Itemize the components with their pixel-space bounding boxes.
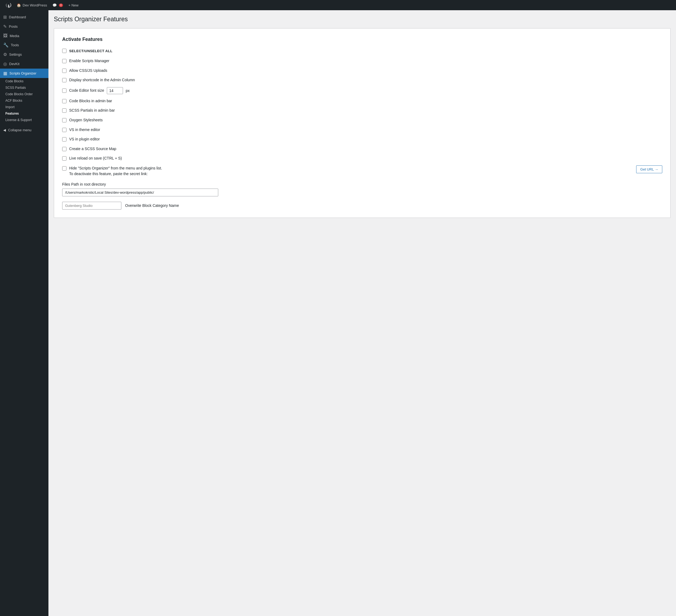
sidebar-sub-item-license-support[interactable]: License & Support (0, 117, 48, 123)
wp-logo-icon (6, 2, 11, 8)
feature-display-shortcode: Display shortcode in the Admin Column (62, 77, 662, 83)
collapse-icon: ◀ (3, 128, 6, 132)
new-item[interactable]: + New (66, 0, 81, 10)
select-all-item: SELECT/UNSELECT ALL (62, 49, 662, 53)
admin-bar: 🏠 Dev WordPress 💬 0 + New (0, 0, 676, 10)
home-icon: 🏠 (17, 3, 21, 7)
new-label: + New (68, 3, 78, 7)
create-scss-source-map-checkbox[interactable] (62, 147, 66, 151)
sidebar-item-label: Tools (11, 43, 19, 47)
vs-theme-editor-checkbox[interactable] (62, 128, 66, 132)
tools-icon: 🔧 (3, 43, 9, 48)
feature-hide-scripts-organizer: Hide "Scripts Organizer" from the menu a… (62, 166, 662, 177)
sidebar-item-label: Posts (9, 24, 18, 28)
display-shortcode-checkbox[interactable] (62, 78, 66, 82)
live-reload-save-label: Live reload on save (CTRL + S) (69, 156, 122, 161)
comment-count: 0 (59, 3, 63, 7)
vs-plugin-editor-label: VS in plugin editor (69, 137, 100, 142)
oxygen-stylesheets-label: Oxygen Stylesheets (69, 118, 103, 123)
code-blocks-admin-bar-checkbox[interactable] (62, 99, 66, 103)
sidebar-sub-item-scss-partials[interactable]: SCSS Partials (0, 84, 48, 91)
feature-create-scss-source-map: Create a SCSS Source Map (62, 146, 662, 152)
devkit-icon: ◎ (3, 61, 7, 66)
sidebar-item-label: DevKit (9, 62, 19, 66)
sidebar-sub-item-import[interactable]: Import (0, 104, 48, 110)
sidebar-item-dashboard[interactable]: ⊞ Dashboard (0, 12, 48, 22)
create-scss-source-map-label: Create a SCSS Source Map (69, 146, 116, 152)
files-path-input[interactable] (62, 189, 218, 196)
select-all-label: SELECT/UNSELECT ALL (69, 49, 112, 53)
settings-icon: ⚙ (3, 52, 7, 57)
vs-plugin-editor-checkbox[interactable] (62, 137, 66, 141)
collapse-label: Collapse menu (8, 128, 32, 132)
section-title: Activate Features (62, 37, 662, 42)
page-title: Scripts Organizer Features (54, 16, 671, 23)
collapse-menu-button[interactable]: ◀ Collapse menu (0, 125, 48, 135)
gutenberg-studio-input[interactable] (62, 202, 121, 209)
sidebar-item-label: Media (10, 34, 19, 38)
enable-scripts-manager-checkbox[interactable] (62, 59, 66, 63)
sidebar-item-scripts-organizer[interactable]: ▦ Scripts Organizer (0, 69, 48, 78)
sidebar: ⊞ Dashboard ✎ Posts 🖼 Media 🔧 Tools ⚙ Se… (0, 10, 48, 616)
scss-partials-admin-bar-label: SCSS Partials in admin bar (69, 108, 115, 113)
hide-scripts-organizer-checkbox[interactable] (62, 166, 66, 171)
sidebar-item-label: Scripts Organizer (9, 71, 36, 75)
dashboard-icon: ⊞ (3, 14, 7, 20)
select-all-checkbox[interactable] (62, 49, 66, 53)
allow-css-js-checkbox[interactable] (62, 69, 66, 73)
files-path-label: Files Path in root directory (62, 182, 662, 186)
allow-css-js-label: Allow CSS/JS Uploads (69, 68, 107, 73)
wp-layout: ⊞ Dashboard ✎ Posts 🖼 Media 🔧 Tools ⚙ Se… (0, 10, 676, 616)
main-content: Scripts Organizer Features Activate Feat… (48, 10, 676, 616)
oxygen-stylesheets-checkbox[interactable] (62, 118, 66, 122)
code-editor-font-size-row: Code Editor font size px (62, 87, 662, 94)
hide-scripts-text: Hide "Scripts Organizer" from the menu a… (69, 166, 162, 177)
enable-scripts-manager-label: Enable Scripts Manager (69, 58, 109, 64)
scss-partials-admin-bar-checkbox[interactable] (62, 108, 66, 113)
sidebar-sub-item-features[interactable]: Features (0, 110, 48, 117)
sidebar-sub-item-code-blocks[interactable]: Code Blocks (0, 78, 48, 84)
files-path-section: Files Path in root directory (62, 182, 662, 196)
media-icon: 🖼 (3, 34, 7, 38)
comments-item[interactable]: 💬 0 (50, 0, 66, 10)
vs-theme-editor-label: VS in theme editor (69, 127, 100, 133)
code-blocks-admin-bar-label: Code Blocks in admin bar (69, 99, 112, 104)
comment-icon: 💬 (52, 3, 57, 7)
sidebar-sub-item-acf-blocks[interactable]: ACF Blocks (0, 98, 48, 104)
feature-vs-plugin-editor: VS in plugin editor (62, 137, 662, 142)
site-name-item[interactable]: 🏠 Dev WordPress (14, 0, 50, 10)
sidebar-item-media[interactable]: 🖼 Media (0, 31, 48, 40)
sidebar-item-label: Dashboard (9, 15, 26, 19)
code-editor-font-size-input[interactable] (107, 87, 123, 94)
feature-allow-css-js: Allow CSS/JS Uploads (62, 68, 662, 73)
sidebar-item-tools[interactable]: 🔧 Tools (0, 40, 48, 50)
gutenberg-row: Overwrite Block Category Name (62, 202, 662, 209)
display-shortcode-label: Display shortcode in the Admin Column (69, 77, 135, 83)
code-editor-label: Code Editor font size (69, 88, 104, 94)
live-reload-save-checkbox[interactable] (62, 156, 66, 161)
sidebar-item-posts[interactable]: ✎ Posts (0, 22, 48, 31)
sidebar-item-label: Settings (9, 53, 22, 57)
feature-oxygen-stylesheets: Oxygen Stylesheets (62, 118, 662, 123)
get-url-button[interactable]: Get URL → (636, 166, 662, 173)
feature-live-reload-save: Live reload on save (CTRL + S) (62, 156, 662, 161)
scripts-organizer-icon: ▦ (3, 71, 7, 76)
feature-code-blocks-admin-bar: Code Blocks in admin bar (62, 99, 662, 104)
sidebar-item-devkit[interactable]: ◎ DevKit (0, 59, 48, 69)
sidebar-item-settings[interactable]: ⚙ Settings (0, 50, 48, 59)
overwrite-block-category-label: Overwrite Block Category Name (125, 203, 179, 208)
posts-icon: ✎ (3, 24, 7, 29)
feature-enable-scripts-manager: Enable Scripts Manager (62, 58, 662, 64)
font-size-unit: px (126, 88, 130, 93)
site-name: Dev WordPress (22, 3, 47, 7)
sidebar-sub-item-code-blocks-order[interactable]: Code Blocks Order (0, 91, 48, 98)
content-card: Activate Features SELECT/UNSELECT ALL En… (54, 28, 671, 218)
feature-vs-theme-editor: VS in theme editor (62, 127, 662, 133)
wp-logo-item[interactable] (3, 0, 14, 10)
code-editor-font-size-checkbox[interactable] (62, 88, 66, 93)
feature-scss-partials-admin-bar: SCSS Partials in admin bar (62, 108, 662, 113)
